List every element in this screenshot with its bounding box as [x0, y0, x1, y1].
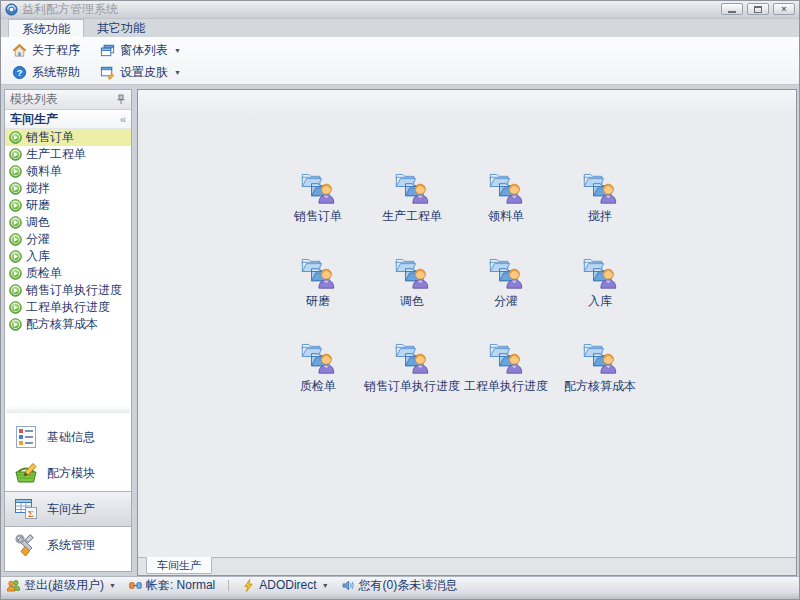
window-list-label: 窗体列表	[120, 42, 168, 59]
maximize-button[interactable]	[747, 3, 769, 15]
shortcut-label: 质检单	[300, 378, 336, 395]
shortcut-label: 配方核算成本	[564, 378, 636, 395]
window-bottom-frame	[1, 593, 799, 600]
bottom-tab-workshop[interactable]: 车间生产	[146, 557, 212, 574]
shortcut-item[interactable]: 入库	[553, 253, 647, 310]
window-list-button[interactable]: 窗体列表 ▼	[94, 40, 187, 60]
shortcut-item[interactable]: 工程单执行进度	[459, 338, 553, 395]
lightning-icon	[242, 579, 255, 592]
go-icon	[9, 267, 22, 280]
document-tabstrip: 车间生产	[138, 557, 796, 575]
sidebar-item[interactable]: 工程单执行进度	[5, 299, 131, 316]
set-skin-label: 设置皮肤	[120, 64, 168, 81]
close-button[interactable]: ×	[773, 3, 795, 15]
folder-user-icon	[486, 168, 526, 205]
module-button[interactable]: 车间生产	[5, 491, 131, 527]
shortcut-label: 调色	[400, 293, 424, 310]
account-set-status: 帐套: Normal	[129, 577, 215, 594]
shortcut-item[interactable]: 领料单	[459, 168, 553, 225]
chevron-down-icon: ▼	[174, 47, 181, 54]
ribbon-column-2: 窗体列表 ▼ 设置皮肤 ▼	[94, 40, 187, 84]
group-header-workshop[interactable]: 车间生产 «	[5, 110, 131, 129]
system-help-label: 系统帮助	[32, 64, 80, 81]
sidebar-item[interactable]: 生产工程单	[5, 146, 131, 163]
unread-messages-button[interactable]: 您有(0)条未读消息	[342, 577, 458, 594]
sidebar-item-label: 工程单执行进度	[26, 299, 110, 316]
group-title: 车间生产	[10, 111, 58, 128]
module-list-panel: 模块列表 车间生产 « 销售订单 生产工程单 领料单 搅拌 研磨 调色 分灌 入…	[4, 89, 132, 572]
ribbon-tabstrip: 系统功能 其它功能	[1, 19, 799, 37]
go-icon	[9, 131, 22, 144]
sidebar-item[interactable]: 质检单	[5, 265, 131, 282]
status-bar: 登出(超级用户) ▼ 帐套: Normal ADODirect ▼ 您有(0)条…	[1, 576, 799, 593]
module-button[interactable]: 系统管理	[5, 527, 131, 563]
shortcut-item[interactable]: 生产工程单	[365, 168, 459, 225]
shortcut-item[interactable]: 质检单	[271, 338, 365, 395]
about-program-button[interactable]: 关于程序	[6, 40, 86, 60]
help-icon	[12, 65, 27, 80]
folder-user-icon	[298, 168, 338, 205]
shortcut-item[interactable]: 配方核算成本	[553, 338, 647, 395]
go-icon	[9, 165, 22, 178]
system-help-button[interactable]: 系统帮助	[6, 62, 86, 82]
module-list-title: 模块列表	[10, 91, 58, 108]
minimize-icon	[728, 11, 736, 13]
shortcut-label: 入库	[588, 293, 612, 310]
minimize-button[interactable]	[721, 3, 743, 15]
set-skin-button[interactable]: 设置皮肤 ▼	[94, 62, 187, 82]
shortcut-item[interactable]: 研磨	[271, 253, 365, 310]
module-button[interactable]: 配方模块	[5, 455, 131, 491]
folder-user-icon	[580, 168, 620, 205]
sidebar-item[interactable]: 销售订单执行进度	[5, 282, 131, 299]
shortcut-item[interactable]: 搅拌	[553, 168, 647, 225]
shortcut-item[interactable]: 销售订单执行进度	[365, 338, 459, 395]
chevron-down-icon: ▼	[109, 582, 116, 589]
go-icon	[9, 216, 22, 229]
collapse-icon[interactable]: «	[120, 113, 126, 125]
home-icon	[12, 43, 27, 58]
shortcut-item[interactable]: 销售订单	[271, 168, 365, 225]
go-icon	[9, 284, 22, 297]
chevron-down-icon: ▼	[322, 582, 329, 589]
sidebar-item-label: 研磨	[26, 197, 50, 214]
sidebar-item[interactable]: 研磨	[5, 197, 131, 214]
title-bar: 益利配方管理系统 ×	[1, 1, 799, 19]
go-icon	[9, 199, 22, 212]
module-button-label: 基础信息	[47, 429, 95, 446]
sidebar-item-label: 配方核算成本	[26, 316, 98, 333]
maximize-icon	[754, 6, 762, 13]
ribbon-toolbar: 关于程序 系统帮助 窗体列表 ▼ 设置皮肤 ▼	[1, 37, 799, 85]
sidebar-item[interactable]: 配方核算成本	[5, 316, 131, 333]
window-controls: ×	[721, 3, 795, 15]
logout-button[interactable]: 登出(超级用户) ▼	[7, 577, 116, 594]
panel-splitter[interactable]	[6, 406, 130, 413]
module-button[interactable]: 基础信息	[5, 419, 131, 455]
shortcut-item[interactable]: 调色	[365, 253, 459, 310]
sidebar-item[interactable]: 入库	[5, 248, 131, 265]
go-icon	[9, 148, 22, 161]
connection-icon	[129, 579, 142, 592]
shortcut-label: 销售订单	[294, 208, 342, 225]
go-icon	[9, 233, 22, 246]
module-button-label: 系统管理	[47, 537, 95, 554]
folder-user-icon	[486, 253, 526, 290]
tab-system-functions[interactable]: 系统功能	[8, 19, 84, 37]
account-set-label: 帐套: Normal	[146, 577, 215, 594]
ado-direct-button[interactable]: ADODirect ▼	[242, 578, 328, 592]
sidebar-item-label: 分灌	[26, 231, 50, 248]
pin-icon[interactable]	[116, 94, 126, 105]
sidebar-item[interactable]: 销售订单	[5, 129, 131, 146]
unread-messages-label: 您有(0)条未读消息	[359, 577, 458, 594]
sidebar-item[interactable]: 调色	[5, 214, 131, 231]
shortcut-label: 领料单	[488, 208, 524, 225]
window-list-icon	[100, 43, 115, 58]
tab-other-functions[interactable]: 其它功能	[84, 19, 158, 37]
shortcut-grid: 销售订单 生产工程单 领料单 搅拌 研磨 调色 分灌 入库 质检单 销售订单执行…	[271, 168, 647, 395]
sidebar-item[interactable]: 分灌	[5, 231, 131, 248]
sidebar-item-label: 搅拌	[26, 180, 50, 197]
shortcut-label: 生产工程单	[382, 208, 442, 225]
shortcut-item[interactable]: 分灌	[459, 253, 553, 310]
folder-user-icon	[392, 253, 432, 290]
sidebar-item[interactable]: 领料单	[5, 163, 131, 180]
sidebar-item[interactable]: 搅拌	[5, 180, 131, 197]
